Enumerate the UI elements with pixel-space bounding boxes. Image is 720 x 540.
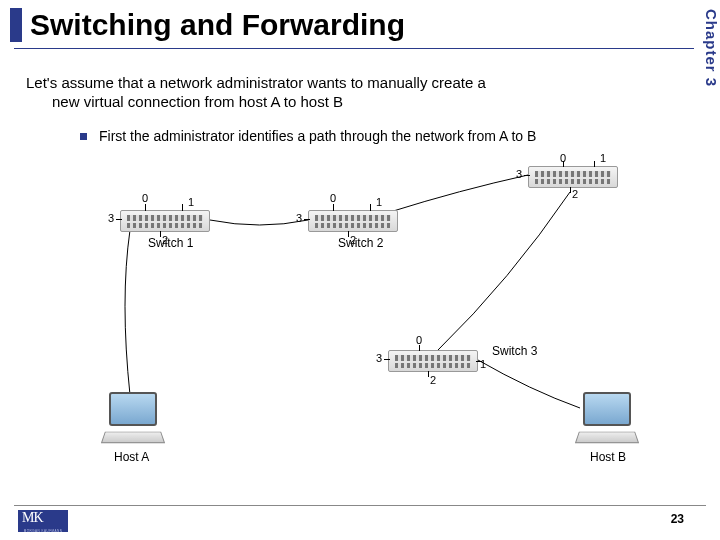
keyboard-icon bbox=[101, 432, 165, 444]
tick bbox=[304, 219, 310, 220]
tick bbox=[594, 161, 595, 167]
switch-top-right bbox=[528, 166, 618, 188]
tick bbox=[348, 231, 349, 237]
tick bbox=[370, 204, 371, 211]
switch2-port-2: 2 bbox=[350, 234, 356, 246]
monitor-icon bbox=[109, 392, 157, 426]
paragraph-line1: Let's assume that a network administrato… bbox=[26, 74, 486, 91]
body-paragraph: Let's assume that a network administrato… bbox=[26, 74, 690, 112]
title-underline bbox=[14, 48, 710, 49]
switch-2-label: Switch 2 bbox=[338, 236, 383, 250]
bullet-item: First the administrator identifies a pat… bbox=[80, 128, 690, 144]
bullet-text: First the administrator identifies a pat… bbox=[99, 128, 536, 144]
network-diagram: Switch 1 3 0 1 2 Switch 2 3 0 1 2 3 0 1 … bbox=[60, 160, 660, 460]
footer-divider bbox=[14, 505, 706, 506]
tick bbox=[145, 204, 146, 211]
switch1-port-3: 3 bbox=[108, 212, 114, 224]
monitor-icon bbox=[583, 392, 631, 426]
switch-1-label: Switch 1 bbox=[148, 236, 193, 250]
switch-body-icon bbox=[528, 166, 618, 188]
logo-mk-text: MK bbox=[22, 510, 43, 526]
switchTR-port-1: 1 bbox=[600, 152, 606, 164]
switchTR-port-3: 3 bbox=[516, 168, 522, 180]
tick bbox=[333, 204, 334, 211]
chapter-tab: Chapter 3 bbox=[694, 0, 720, 90]
tick bbox=[116, 219, 122, 220]
keyboard-icon bbox=[575, 432, 639, 444]
tick bbox=[563, 161, 564, 167]
page-number: 23 bbox=[671, 512, 684, 526]
switch3-port-2: 2 bbox=[430, 374, 436, 386]
tick bbox=[419, 345, 420, 351]
tick bbox=[160, 231, 161, 237]
switch-body-icon bbox=[120, 210, 210, 232]
host-b-label: Host B bbox=[590, 450, 626, 464]
switch2-port-3: 3 bbox=[296, 212, 302, 224]
paragraph-line2: new virtual connection from host A to ho… bbox=[26, 93, 690, 112]
switch3-port-1: 1 bbox=[480, 358, 486, 370]
tick bbox=[476, 361, 482, 362]
tick bbox=[182, 204, 183, 211]
title-accent bbox=[10, 8, 22, 42]
switch-body-icon bbox=[388, 350, 478, 372]
publisher-logo: MK MORGAN KAUFMANN bbox=[18, 510, 68, 534]
switch1-port-0: 0 bbox=[142, 192, 148, 204]
switch2-port-1: 1 bbox=[376, 196, 382, 208]
switch-3-label: Switch 3 bbox=[492, 344, 537, 358]
slide-title: Switching and Forwarding bbox=[30, 8, 405, 42]
switch3-port-3: 3 bbox=[376, 352, 382, 364]
logo-box: MK MORGAN KAUFMANN bbox=[18, 510, 68, 532]
host-a bbox=[98, 392, 168, 444]
title-bar: Switching and Forwarding bbox=[0, 0, 720, 42]
switch2-port-0: 0 bbox=[330, 192, 336, 204]
tick bbox=[384, 359, 390, 360]
bullet-icon bbox=[80, 133, 87, 140]
switch-body-icon bbox=[308, 210, 398, 232]
tick bbox=[524, 175, 530, 176]
host-a-label: Host A bbox=[114, 450, 149, 464]
switch1-port-2: 2 bbox=[162, 234, 168, 246]
switch-2 bbox=[308, 210, 398, 232]
tick bbox=[428, 371, 429, 377]
tick bbox=[570, 187, 571, 193]
logo-subtext: MORGAN KAUFMANN bbox=[18, 529, 68, 533]
host-b bbox=[572, 392, 642, 444]
switch-3 bbox=[388, 350, 478, 372]
switchTR-port-2: 2 bbox=[572, 188, 578, 200]
switch-1 bbox=[120, 210, 210, 232]
switch1-port-1: 1 bbox=[188, 196, 194, 208]
